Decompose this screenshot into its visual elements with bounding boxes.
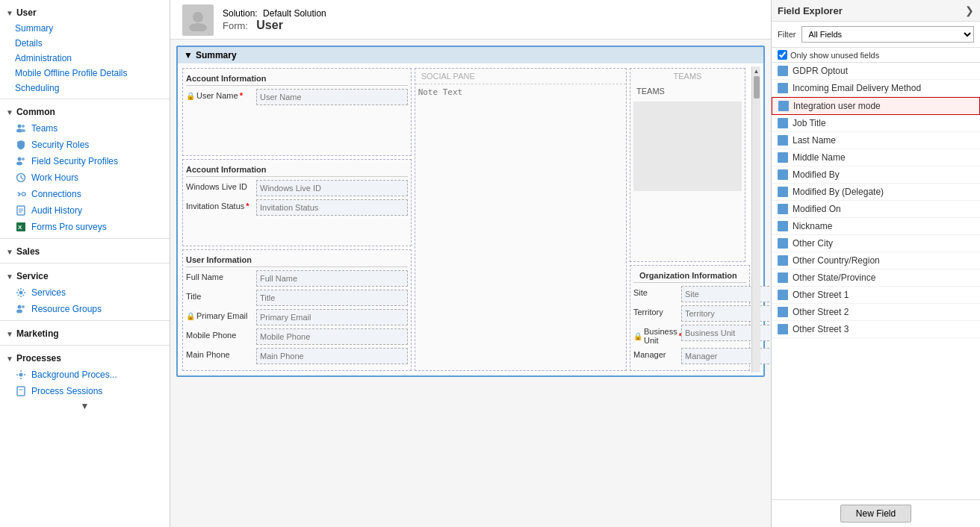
sidebar-item-details-label: Details bbox=[15, 38, 43, 49]
svg-point-2 bbox=[22, 125, 25, 128]
username-input[interactable] bbox=[256, 89, 408, 105]
fe-item-text-other-street-1: Other Street 1 bbox=[793, 290, 849, 300]
fe-item-icon-last-name bbox=[778, 135, 788, 146]
people-icon bbox=[15, 122, 27, 134]
sidebar-item-mobile-offline-label: Mobile Offline Profile Details bbox=[15, 68, 128, 78]
fe-item-other-street-2[interactable]: Other Street 2 bbox=[772, 304, 980, 321]
fe-item-modified-by[interactable]: Modified By bbox=[772, 166, 980, 184]
field-security-icon bbox=[15, 155, 27, 167]
fullname-input[interactable] bbox=[256, 270, 408, 287]
filter-select[interactable]: All Fields Custom Fields System Fields bbox=[801, 26, 974, 43]
field-explorer-title: Field Explorer bbox=[778, 5, 843, 16]
note-text-area[interactable] bbox=[415, 84, 626, 144]
sidebar-section-sales: ▼ Sales bbox=[0, 242, 170, 260]
fe-item-modified-on[interactable]: Modified On bbox=[772, 201, 980, 218]
sidebar-scroll-down[interactable]: ▼ bbox=[0, 399, 170, 413]
invitation-status-input[interactable] bbox=[256, 199, 408, 216]
sidebar-item-details[interactable]: Details bbox=[0, 36, 170, 51]
teams-header-top: TEAMS bbox=[630, 69, 745, 84]
fe-item-icon-other-state bbox=[778, 272, 788, 283]
triangle-icon-marketing: ▼ bbox=[6, 330, 13, 338]
sidebar-item-field-security-label: Field Security Profiles bbox=[31, 156, 118, 166]
sidebar-item-forms-pro[interactable]: X Forms Pro surveys bbox=[0, 219, 170, 235]
fe-item-text-modified-on: Modified On bbox=[793, 204, 841, 214]
username-label: 🔒 User Name * bbox=[186, 89, 253, 100]
sidebar-item-resource-groups-label: Resource Groups bbox=[31, 304, 102, 314]
fe-item-text-middle-name: Middle Name bbox=[793, 152, 846, 163]
field-explorer-filter-row: Filter All Fields Custom Fields System F… bbox=[772, 22, 980, 48]
sidebar-item-work-hours[interactable]: Work Hours bbox=[0, 169, 170, 186]
field-row-title: Title bbox=[186, 290, 408, 306]
field-explorer-collapse[interactable]: ❯ bbox=[965, 4, 974, 16]
fe-item-icon-integration bbox=[778, 101, 789, 111]
fe-item-gdpr-optout[interactable]: GDPR Optout bbox=[772, 63, 980, 80]
new-field-button[interactable]: New Field bbox=[840, 505, 911, 523]
field-explorer-header: Field Explorer ❯ bbox=[772, 0, 980, 22]
sidebar-item-field-security[interactable]: Field Security Profiles bbox=[0, 153, 170, 169]
fe-item-text-other-city: Other City bbox=[793, 238, 833, 249]
fe-item-icon-other-street-2 bbox=[778, 307, 788, 317]
primary-email-input[interactable] bbox=[256, 309, 408, 325]
only-unused-checkbox[interactable] bbox=[778, 50, 787, 60]
sidebar-section-service: ▼ Service bbox=[0, 266, 170, 284]
fe-item-other-country[interactable]: Other Country/Region bbox=[772, 252, 980, 269]
sidebar-item-teams[interactable]: Teams bbox=[0, 120, 170, 137]
sidebar-item-process-sessions[interactable]: Process Sessions bbox=[0, 383, 170, 399]
svg-rect-21 bbox=[17, 387, 25, 396]
teams-section-top: TEAMS TEAMS bbox=[630, 68, 745, 262]
sidebar-item-security-roles[interactable]: Security Roles bbox=[0, 137, 170, 153]
lock-icon-business: 🔒 bbox=[633, 332, 642, 340]
sidebar-item-security-roles-label: Security Roles bbox=[31, 140, 89, 150]
fe-item-other-state[interactable]: Other State/Province bbox=[772, 269, 980, 287]
title-input[interactable] bbox=[256, 290, 408, 306]
fe-item-other-street-3[interactable]: Other Street 3 bbox=[772, 321, 980, 338]
sidebar-item-administration[interactable]: Administration bbox=[0, 51, 170, 66]
fe-item-last-name[interactable]: Last Name bbox=[772, 132, 980, 149]
svg-point-4 bbox=[18, 158, 22, 161]
fe-item-job-title[interactable]: Job Title bbox=[772, 115, 980, 132]
fe-item-other-street-1[interactable]: Other Street 1 bbox=[772, 287, 980, 304]
divider-2 bbox=[0, 238, 170, 239]
fe-item-integration-user-mode[interactable]: Integration user mode bbox=[772, 97, 980, 115]
scroll-thumb bbox=[754, 76, 760, 99]
windows-live-label: Windows Live ID bbox=[186, 180, 253, 191]
windows-live-input[interactable] bbox=[256, 180, 408, 196]
sidebar-item-resource-groups[interactable]: Resource Groups bbox=[0, 301, 170, 317]
fe-item-incoming-email[interactable]: Incoming Email Delivery Method bbox=[772, 80, 980, 97]
svg-text:X: X bbox=[18, 224, 22, 231]
mobile-phone-input[interactable] bbox=[256, 328, 408, 345]
fe-item-modified-by-delegate[interactable]: Modified By (Delegate) bbox=[772, 184, 980, 201]
fe-item-text-job-title: Job Title bbox=[793, 118, 826, 128]
account-info-2-label: Account Information bbox=[186, 163, 408, 177]
fe-item-icon-gdpr bbox=[778, 66, 788, 76]
divider-5 bbox=[0, 345, 170, 346]
triangle-icon-processes: ▼ bbox=[6, 355, 13, 363]
fe-item-other-city[interactable]: Other City bbox=[772, 235, 980, 252]
fe-item-nickname[interactable]: Nickname bbox=[772, 218, 980, 235]
fullname-label: Full Name bbox=[186, 270, 253, 281]
form-scrollbar[interactable]: ▲ bbox=[751, 66, 760, 372]
social-pane: SOCIAL PANE bbox=[415, 68, 627, 371]
fe-item-middle-name[interactable]: Middle Name bbox=[772, 149, 980, 166]
main-phone-input[interactable] bbox=[256, 348, 408, 364]
fe-item-icon-job-title bbox=[778, 118, 788, 128]
account-info-1-label: Account Information bbox=[186, 72, 408, 86]
scroll-up-icon[interactable]: ▲ bbox=[754, 68, 760, 75]
sidebar-item-forms-pro-label: Forms Pro surveys bbox=[31, 222, 107, 232]
sidebar-item-services[interactable]: Services bbox=[0, 284, 170, 301]
sidebar-item-work-hours-label: Work Hours bbox=[31, 172, 78, 183]
sidebar-item-connections[interactable]: Connections bbox=[0, 186, 170, 202]
sidebar-item-audit-history[interactable]: Audit History bbox=[0, 202, 170, 219]
fe-item-text-gdpr: GDPR Optout bbox=[793, 66, 848, 76]
sidebar-item-summary[interactable]: Summary bbox=[0, 21, 170, 36]
fe-item-icon-nickname bbox=[778, 221, 788, 231]
title-label: Title bbox=[186, 290, 253, 301]
resource-groups-icon bbox=[15, 303, 27, 315]
sidebar-item-scheduling[interactable]: Scheduling bbox=[0, 81, 170, 96]
sidebar-item-teams-label: Teams bbox=[31, 123, 58, 134]
sidebar-item-background-process[interactable]: Background Proces... bbox=[0, 367, 170, 383]
sidebar-item-mobile-offline[interactable]: Mobile Offline Profile Details bbox=[0, 66, 170, 81]
shield-icon bbox=[15, 139, 27, 151]
triangle-icon-common: ▼ bbox=[6, 108, 13, 116]
business-unit-label: 🔒 Business Unit * bbox=[633, 325, 678, 345]
